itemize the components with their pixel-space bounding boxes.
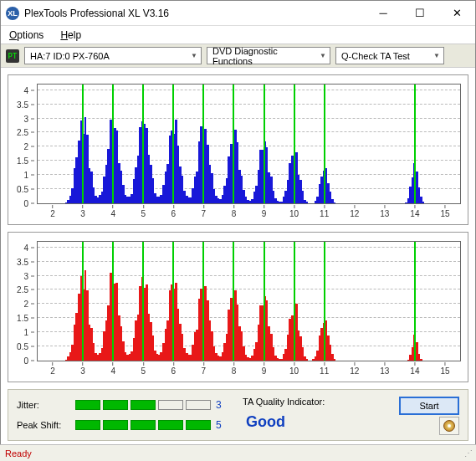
y-tick: 1 (23, 328, 38, 337)
x-tick: 12 (350, 203, 359, 218)
window-title: PlexTools Professional XL V3.16 (24, 8, 365, 19)
x-tick: 15 (440, 203, 449, 218)
chevron-down-icon: ▼ (313, 52, 326, 59)
x-tick: 4 (110, 203, 115, 218)
x-tick: 10 (289, 361, 299, 376)
x-tick: 2 (50, 203, 55, 218)
x-tick: 10 (289, 203, 299, 218)
x-tick: 15 (440, 361, 449, 376)
segment (186, 400, 211, 410)
x-tick: 13 (380, 203, 389, 218)
x-tick: 13 (380, 361, 389, 376)
y-tick: 2 (23, 300, 38, 309)
peak-shift-row: 5 (75, 419, 228, 431)
y-tick: 4 (23, 243, 38, 252)
plextools-icon: PT (6, 49, 19, 63)
y-tick: 2.5 (17, 285, 38, 295)
x-tick: 11 (320, 361, 329, 376)
chevron-down-icon: ▼ (427, 52, 440, 59)
segment (186, 420, 211, 430)
y-tick: 0 (23, 356, 38, 366)
y-tick: 1 (23, 171, 38, 180)
peak-segments (75, 420, 211, 430)
segment (131, 400, 156, 410)
x-tick: 3 (80, 361, 85, 376)
y-tick: 3.5 (17, 100, 38, 109)
menu-options[interactable]: Options (4, 28, 49, 43)
chart-bottom-plot: 00.511.522.533.5423456789101112131415 (37, 241, 461, 361)
segment (158, 400, 183, 410)
segment (131, 420, 156, 430)
segment (75, 400, 100, 410)
titlebar: XL PlexTools Professional XL V3.16 ─ ☐ ✕ (1, 1, 475, 26)
category-select-value: DVD Diagnostic Functions (212, 46, 313, 66)
close-button[interactable]: ✕ (438, 1, 475, 26)
chart-bottom: 00.511.522.533.5423456789101112131415 (8, 232, 468, 382)
x-tick: 6 (171, 203, 177, 218)
x-tick: 9 (262, 203, 267, 218)
minimize-button[interactable]: ─ (365, 1, 402, 26)
disc-button[interactable] (439, 417, 459, 435)
jitter-segments (75, 400, 211, 410)
jitter-value: 3 (216, 399, 228, 411)
ta-quality-label: TA Quality Indicator: (243, 397, 325, 407)
content-area: 00.511.522.533.5423456789101112131415 00… (1, 68, 475, 448)
x-tick: 11 (320, 203, 329, 218)
chevron-down-icon: ▼ (184, 52, 197, 59)
x-tick: 2 (50, 361, 55, 376)
peak-shift-label: Peak Shift: (17, 420, 75, 430)
resize-grip-icon[interactable]: ⋰ (464, 448, 471, 458)
statusbar: Ready ⋰ (0, 444, 476, 461)
segment (158, 420, 183, 430)
x-tick: 8 (232, 203, 237, 218)
start-button[interactable]: Start (399, 397, 459, 415)
y-tick: 2 (23, 142, 38, 151)
y-tick: 2.5 (17, 128, 38, 137)
jitter-row: 3 (75, 399, 228, 411)
test-select-value: Q-Check TA Test (341, 51, 410, 61)
app-logo-icon: XL (6, 7, 19, 20)
category-select[interactable]: DVD Diagnostic Functions ▼ (207, 47, 330, 64)
test-select[interactable]: Q-Check TA Test ▼ (335, 47, 444, 64)
disc-icon (443, 420, 455, 432)
x-tick: 9 (262, 361, 267, 376)
x-tick: 6 (171, 361, 177, 376)
x-tick: 7 (202, 203, 207, 218)
toolbar: PT HA:7 ID:0 PX-760A ▼ DVD Diagnostic Fu… (1, 44, 475, 68)
chart-top: 00.511.522.533.5423456789101112131415 (8, 74, 468, 225)
y-tick: 1.5 (17, 156, 38, 166)
menu-help[interactable]: Help (55, 28, 86, 43)
status-text: Ready (5, 448, 32, 458)
jitter-label: Jitter: (17, 400, 75, 410)
ta-quality-value: Good (246, 413, 285, 431)
drive-select[interactable]: HA:7 ID:0 PX-760A ▼ (24, 47, 202, 64)
x-tick: 8 (232, 361, 237, 376)
y-tick: 0 (23, 199, 38, 208)
y-tick: 1.5 (17, 314, 38, 323)
y-tick: 0.5 (17, 342, 38, 351)
y-tick: 3 (23, 114, 38, 123)
peak-shift-value: 5 (216, 419, 228, 431)
x-tick: 14 (410, 361, 419, 376)
x-tick: 7 (202, 361, 207, 376)
chart-top-plot: 00.511.522.533.5423456789101112131415 (37, 84, 461, 204)
x-tick: 5 (141, 361, 146, 376)
x-tick: 5 (141, 203, 146, 218)
x-tick: 14 (410, 203, 419, 218)
x-tick: 3 (80, 203, 85, 218)
y-tick: 0.5 (17, 185, 38, 194)
drive-select-value: HA:7 ID:0 PX-760A (30, 51, 110, 61)
y-tick: 3.5 (17, 257, 38, 266)
menubar: Options Help (1, 26, 475, 44)
y-tick: 4 (23, 85, 38, 95)
segment (75, 420, 100, 430)
segment (103, 420, 128, 430)
stats-panel: Jitter: Peak Shift: 3 5 TA Quality Indic… (8, 389, 468, 441)
x-tick: 12 (350, 361, 359, 376)
x-tick: 4 (110, 361, 115, 376)
y-tick: 3 (23, 271, 38, 280)
maximize-button[interactable]: ☐ (402, 1, 438, 26)
segment (103, 400, 128, 410)
